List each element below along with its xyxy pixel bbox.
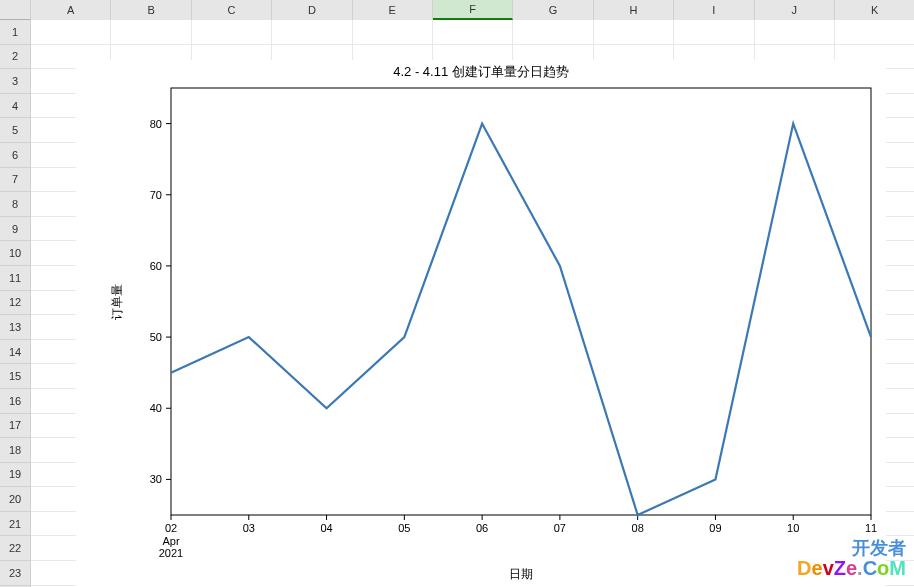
grid-cell[interactable] bbox=[594, 20, 674, 44]
row-header[interactable]: 2 bbox=[0, 45, 30, 70]
cell-grid[interactable]: 4.2 - 4.11 创建订单量分日趋势30405060708002030405… bbox=[31, 20, 914, 587]
y-axis-label: 订单量 bbox=[110, 284, 124, 320]
column-header[interactable]: E bbox=[353, 0, 433, 20]
grid-cell[interactable] bbox=[353, 20, 433, 44]
x-axis-label: 日期 bbox=[509, 567, 533, 581]
row-header[interactable]: 1 bbox=[0, 20, 30, 45]
x-tick-label: 06 bbox=[476, 522, 488, 534]
column-header[interactable]: H bbox=[594, 0, 674, 20]
row-header[interactable]: 3 bbox=[0, 69, 30, 94]
row-header[interactable]: 15 bbox=[0, 364, 30, 389]
watermark: 开发者 DevZe.CoM bbox=[797, 539, 906, 579]
grid-cell[interactable] bbox=[835, 20, 914, 44]
chart-svg: 4.2 - 4.11 创建订单量分日趋势30405060708002030405… bbox=[76, 60, 886, 587]
row-header[interactable]: 8 bbox=[0, 192, 30, 217]
row-header[interactable]: 16 bbox=[0, 389, 30, 414]
select-all-corner[interactable] bbox=[0, 0, 30, 20]
row-header[interactable]: 11 bbox=[0, 266, 30, 291]
x-tick-label: 07 bbox=[554, 522, 566, 534]
column-header[interactable]: F bbox=[433, 0, 513, 20]
watermark-line1: 开发者 bbox=[797, 539, 906, 558]
row-header[interactable]: 23 bbox=[0, 561, 30, 586]
row-header[interactable]: 9 bbox=[0, 217, 30, 242]
x-tick-label: 10 bbox=[787, 522, 799, 534]
x-sub-label: 2021 bbox=[159, 547, 183, 559]
row-header[interactable]: 18 bbox=[0, 438, 30, 463]
row-header[interactable]: 17 bbox=[0, 414, 30, 439]
y-tick-label: 70 bbox=[150, 189, 162, 201]
grid-cell[interactable] bbox=[513, 20, 593, 44]
x-tick-label: 05 bbox=[398, 522, 410, 534]
y-tick-label: 30 bbox=[150, 473, 162, 485]
row-header[interactable]: 13 bbox=[0, 315, 30, 340]
grid-cell[interactable] bbox=[192, 20, 272, 44]
x-tick-label: 09 bbox=[709, 522, 721, 534]
column-headers: ABCDEFGHIJK bbox=[31, 0, 914, 20]
row-header[interactable]: 19 bbox=[0, 463, 30, 488]
row-headers: 1234567891011121314151617181920212223 bbox=[0, 0, 31, 587]
column-header[interactable]: G bbox=[513, 0, 593, 20]
grid-cell[interactable] bbox=[31, 20, 111, 44]
row-header[interactable]: 21 bbox=[0, 512, 30, 537]
column-header[interactable]: I bbox=[674, 0, 754, 20]
x-tick-label: 08 bbox=[632, 522, 644, 534]
x-tick-label: 03 bbox=[243, 522, 255, 534]
column-header[interactable]: J bbox=[755, 0, 835, 20]
chart-object[interactable]: 4.2 - 4.11 创建订单量分日趋势30405060708002030405… bbox=[76, 60, 886, 587]
column-header[interactable]: B bbox=[111, 0, 191, 20]
watermark-line2: DevZe.CoM bbox=[797, 558, 906, 579]
grid-cell[interactable] bbox=[674, 20, 754, 44]
row-header[interactable]: 7 bbox=[0, 168, 30, 193]
grid-cell[interactable] bbox=[272, 20, 352, 44]
y-tick-label: 50 bbox=[150, 331, 162, 343]
column-header[interactable]: A bbox=[31, 0, 111, 20]
y-tick-label: 80 bbox=[150, 118, 162, 130]
row-header[interactable]: 6 bbox=[0, 143, 30, 168]
chart-title: 4.2 - 4.11 创建订单量分日趋势 bbox=[393, 64, 569, 79]
chart-line bbox=[171, 124, 871, 515]
row-header[interactable]: 5 bbox=[0, 118, 30, 143]
row-header[interactable]: 20 bbox=[0, 487, 30, 512]
spreadsheet: 1234567891011121314151617181920212223 AB… bbox=[0, 0, 914, 587]
column-header[interactable]: D bbox=[272, 0, 352, 20]
x-tick-label: 11 bbox=[865, 522, 877, 534]
x-tick-label: 04 bbox=[320, 522, 332, 534]
y-tick-label: 60 bbox=[150, 260, 162, 272]
main-area: ABCDEFGHIJK 4.2 - 4.11 创建订单量分日趋势30405060… bbox=[31, 0, 914, 587]
row-header[interactable]: 22 bbox=[0, 536, 30, 561]
column-header[interactable]: K bbox=[835, 0, 914, 20]
x-sub-label: Apr bbox=[162, 535, 179, 547]
plot-area bbox=[171, 88, 871, 515]
row-header[interactable]: 14 bbox=[0, 340, 30, 365]
row-header[interactable]: 4 bbox=[0, 94, 30, 119]
column-header[interactable]: C bbox=[192, 0, 272, 20]
grid-cell[interactable] bbox=[111, 20, 191, 44]
y-tick-label: 40 bbox=[150, 402, 162, 414]
grid-cell[interactable] bbox=[433, 20, 513, 44]
grid-row bbox=[31, 20, 914, 45]
row-header[interactable]: 12 bbox=[0, 291, 30, 316]
grid-cell[interactable] bbox=[755, 20, 835, 44]
x-tick-label: 02 bbox=[165, 522, 177, 534]
row-header[interactable]: 10 bbox=[0, 241, 30, 266]
